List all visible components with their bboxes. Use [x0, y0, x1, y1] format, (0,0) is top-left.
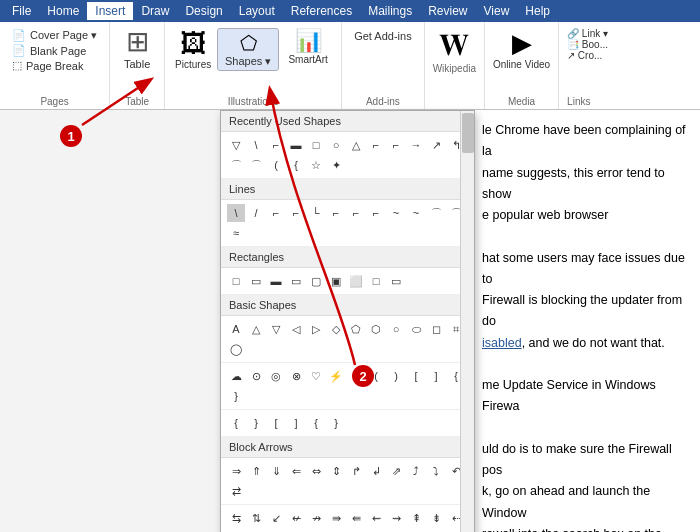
shape-btn[interactable]: ▬	[287, 136, 305, 154]
shape-btn[interactable]: ↗	[427, 136, 445, 154]
shape-basic-btn[interactable]: {	[227, 414, 245, 432]
shape-basic-btn[interactable]: ⊗	[287, 367, 305, 385]
shape-line-btn[interactable]: ⌐	[267, 204, 285, 222]
shape-basic-btn[interactable]: ⬡	[367, 320, 385, 338]
menu-home[interactable]: Home	[39, 2, 87, 20]
shape-arrow-btn[interactable]: ↱	[347, 462, 365, 480]
shape-arrow-btn[interactable]: ⇔	[307, 462, 325, 480]
shape-btn[interactable]: ⌐	[367, 136, 385, 154]
shape-arrow-btn[interactable]: ↚	[287, 509, 305, 527]
shape-basic-btn[interactable]: ]	[287, 414, 305, 432]
shape-basic-btn[interactable]: ◇	[327, 320, 345, 338]
shape-line-btn[interactable]: \	[227, 204, 245, 222]
shape-basic-btn[interactable]: ◎	[267, 367, 285, 385]
shape-basic-btn[interactable]: }	[327, 414, 345, 432]
table-btn-label[interactable]: Table	[124, 58, 150, 70]
shape-btn[interactable]: ⌒	[227, 156, 245, 174]
shape-arrow-btn[interactable]: ⇗	[387, 462, 405, 480]
menu-review[interactable]: Review	[420, 2, 475, 20]
shape-basic-btn[interactable]: ▷	[307, 320, 325, 338]
shape-arrow-btn[interactable]: ⇜	[367, 509, 385, 527]
cover-page-btn[interactable]: 📄 Cover Page ▾	[8, 28, 101, 43]
shape-line-btn[interactable]: ⌐	[327, 204, 345, 222]
shape-basic-btn[interactable]: )	[387, 367, 405, 385]
shape-basic-btn[interactable]: ☁	[227, 367, 245, 385]
shape-btn[interactable]: {	[287, 156, 305, 174]
menu-help[interactable]: Help	[517, 2, 558, 20]
menu-layout[interactable]: Layout	[231, 2, 283, 20]
shape-line-btn[interactable]: ≈	[227, 224, 245, 242]
shape-basic-btn[interactable]: [	[407, 367, 425, 385]
shape-basic-btn[interactable]: ▽	[267, 320, 285, 338]
get-add-ins-btn[interactable]: Get Add-ins	[350, 28, 415, 44]
shape-arrow-btn[interactable]: ⇓	[267, 462, 285, 480]
shape-arrow-btn[interactable]: ⇒	[227, 462, 245, 480]
shape-btn[interactable]: ☆	[307, 156, 325, 174]
shapes-btn[interactable]: ⬠ Shapes ▾	[217, 28, 279, 71]
cross-reference-btn[interactable]: ↗ Cro...	[567, 50, 608, 61]
pictures-btn[interactable]: 🖼 Pictures	[173, 28, 213, 70]
shape-basic-btn[interactable]: }	[227, 387, 245, 405]
links-btn[interactable]: 🔗 Link ▾	[567, 28, 608, 39]
shape-btn[interactable]: ○	[327, 136, 345, 154]
shape-btn[interactable]: \	[247, 136, 265, 154]
shape-arrow-btn[interactable]: ⇕	[327, 462, 345, 480]
shape-rect-btn[interactable]: ▭	[287, 272, 305, 290]
shape-line-btn[interactable]: ⌐	[367, 204, 385, 222]
shape-rect-btn[interactable]: ▭	[387, 272, 405, 290]
shape-basic-btn[interactable]: ⊙	[247, 367, 265, 385]
menu-insert[interactable]: Insert	[87, 2, 133, 20]
shape-basic-btn[interactable]: ◁	[287, 320, 305, 338]
shape-arrow-btn[interactable]: ⇐	[287, 462, 305, 480]
shape-btn[interactable]: ⌐	[267, 136, 285, 154]
shape-arrow-btn[interactable]: ⇟	[427, 509, 445, 527]
shape-basic-btn[interactable]: ⚡	[327, 367, 345, 385]
page-break-btn[interactable]: ⬚ Page Break	[8, 58, 101, 73]
shape-btn[interactable]: ⌐	[387, 136, 405, 154]
menu-view[interactable]: View	[476, 2, 518, 20]
shape-line-btn[interactable]: ⌒	[427, 204, 445, 222]
shape-arrow-btn[interactable]: ⇛	[327, 509, 345, 527]
shape-arrow-btn[interactable]: ↛	[307, 509, 325, 527]
shape-basic-btn[interactable]: ◯	[227, 340, 245, 358]
shape-basic-btn[interactable]: ⬭	[407, 320, 425, 338]
menu-draw[interactable]: Draw	[133, 2, 177, 20]
blank-page-btn[interactable]: 📄 Blank Page	[8, 43, 101, 58]
menu-references[interactable]: References	[283, 2, 360, 20]
shape-rect-btn[interactable]: □	[367, 272, 385, 290]
shape-basic-btn[interactable]: ♡	[307, 367, 325, 385]
shape-btn[interactable]: △	[347, 136, 365, 154]
shape-rect-btn[interactable]: ▭	[247, 272, 265, 290]
shape-line-btn[interactable]: ~	[387, 204, 405, 222]
shape-line-btn[interactable]: └	[307, 204, 325, 222]
shape-btn[interactable]: □	[307, 136, 325, 154]
shape-basic-btn[interactable]: ]	[427, 367, 445, 385]
bookmarks-btn[interactable]: 📑 Boo...	[567, 39, 608, 50]
shape-rect-btn[interactable]: □	[227, 272, 245, 290]
shape-basic-btn[interactable]: ○	[387, 320, 405, 338]
shape-basic-btn[interactable]: {	[307, 414, 325, 432]
shape-btn[interactable]: ⌒	[247, 156, 265, 174]
shape-arrow-btn[interactable]: ↲	[367, 462, 385, 480]
shape-btn[interactable]: ▽	[227, 136, 245, 154]
wikipedia-icon[interactable]: 𝐖	[439, 28, 469, 63]
shape-btn[interactable]: (	[267, 156, 285, 174]
shape-btn[interactable]: →	[407, 136, 425, 154]
shape-rect-btn[interactable]: ⬜	[347, 272, 365, 290]
shape-arrow-btn[interactable]: ⇑	[247, 462, 265, 480]
shape-rect-btn[interactable]: ▬	[267, 272, 285, 290]
smartart-btn[interactable]: 📊 SmartArt	[283, 28, 333, 65]
shape-line-btn[interactable]: ~	[407, 204, 425, 222]
shape-arrow-btn[interactable]: ⇝	[387, 509, 405, 527]
scrollbar-thumb[interactable]	[462, 113, 474, 153]
shape-line-btn[interactable]: ⌐	[347, 204, 365, 222]
shape-arrow-btn[interactable]: ⇆	[227, 509, 245, 527]
shape-arrow-btn[interactable]: ⤴	[407, 462, 425, 480]
shape-basic-btn[interactable]: ◻	[427, 320, 445, 338]
menu-file[interactable]: File	[4, 2, 39, 20]
shapes-scrollbar[interactable]	[460, 111, 474, 532]
shape-arrow-btn[interactable]: ↙	[267, 509, 285, 527]
shape-arrow-btn[interactable]: ⇅	[247, 509, 265, 527]
menu-mailings[interactable]: Mailings	[360, 2, 420, 20]
shape-basic-btn[interactable]: }	[247, 414, 265, 432]
